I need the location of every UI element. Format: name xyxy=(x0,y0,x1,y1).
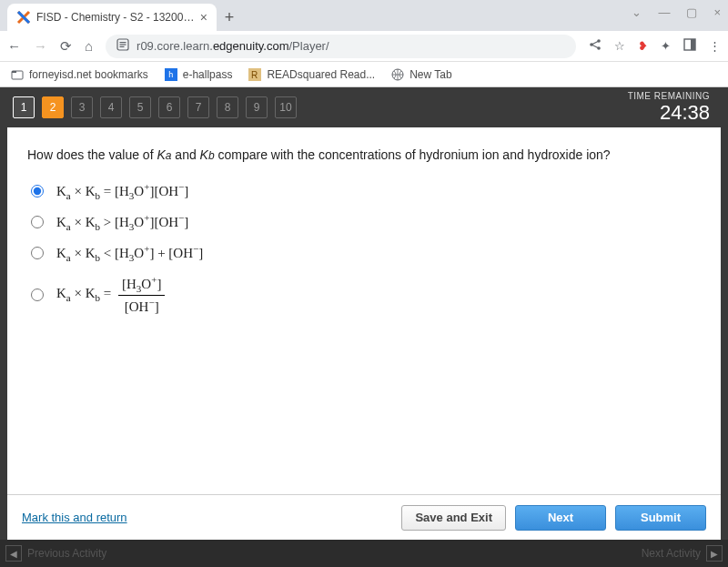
ehallpass-icon: h xyxy=(165,68,177,81)
option-3-equation: Ka × Kb < [H3O+] + [OH−] xyxy=(56,243,203,263)
arrow-right-icon: ▶ xyxy=(706,545,723,562)
address-bar: ← → ⟳ ⌂ r09.core.learn.edgenuity.com/Pla… xyxy=(0,31,728,62)
option-4[interactable]: Ka × Kb = [H3O+][OH−] xyxy=(27,274,701,315)
save-exit-button[interactable]: Save and Exit xyxy=(401,505,506,531)
question-nav-9[interactable]: 9 xyxy=(246,96,268,118)
bookmarks-bar: forneyisd.net bookmarks h e-hallpass R R… xyxy=(0,62,728,87)
next-activity-button[interactable]: Next Activity ▶ xyxy=(642,545,723,562)
url-field[interactable]: r09.core.learn.edgenuity.com/Player/ xyxy=(106,35,576,58)
question-nav-3[interactable]: 3 xyxy=(71,96,93,118)
readsquared-icon: R xyxy=(248,68,261,81)
svg-rect-1 xyxy=(120,42,126,43)
new-tab-button[interactable]: + xyxy=(217,4,242,31)
content-panel: How does the value of Ka and Kb compare … xyxy=(7,127,721,540)
svg-rect-2 xyxy=(120,44,126,45)
question-nav-10[interactable]: 10 xyxy=(275,96,297,118)
svg-point-5 xyxy=(597,39,601,43)
svg-rect-3 xyxy=(120,46,125,47)
globe-icon xyxy=(391,68,404,81)
tab-favicon xyxy=(16,10,31,25)
bookmark-forneyisd[interactable]: forneyisd.net bookmarks xyxy=(11,68,148,81)
bookmark-star-icon[interactable]: ☆ xyxy=(614,39,625,53)
activity-nav: ◀ Previous Activity Next Activity ▶ xyxy=(0,540,728,567)
back-button[interactable]: ← xyxy=(7,38,21,54)
option-2-equation: Ka × Kb > [H3O+][OH−] xyxy=(56,212,188,232)
submit-button[interactable]: Submit xyxy=(615,505,706,531)
share-icon[interactable] xyxy=(589,38,602,54)
question-footer: Mark this and return Save and Exit Next … xyxy=(7,494,721,540)
timer: TIME REMAINING 24:38 xyxy=(628,91,710,125)
url-text: r09.core.learn.edgenuity.com/Player/ xyxy=(136,39,329,53)
svg-point-6 xyxy=(597,46,601,50)
close-tab-icon[interactable]: × xyxy=(200,10,207,25)
arrow-left-icon: ◀ xyxy=(5,545,22,562)
folder-icon xyxy=(11,68,24,81)
previous-activity-button[interactable]: ◀ Previous Activity xyxy=(5,545,106,562)
question-nav-5[interactable]: 5 xyxy=(129,96,151,118)
option-3-radio[interactable] xyxy=(31,247,44,259)
browser-tab-bar: FISD - Chemistry - S2 - 132000 - I × + ⌄… xyxy=(0,0,728,31)
svg-text:R: R xyxy=(251,70,258,80)
question-nav-8[interactable]: 8 xyxy=(217,96,238,118)
option-1-equation: Ka × Kb = [H3O+][OH−] xyxy=(56,181,188,201)
menu-icon[interactable]: ⋮ xyxy=(709,39,721,53)
timer-label: TIME REMAINING xyxy=(628,91,710,101)
chevron-down-icon[interactable]: ⌄ xyxy=(632,5,642,19)
toolbar-extensions: ☆ ❥ ✦ ⋮ xyxy=(589,38,721,54)
tab-title: FISD - Chemistry - S2 - 132000 - I xyxy=(36,11,195,24)
reload-button[interactable]: ⟳ xyxy=(60,38,72,55)
bookmark-newtab[interactable]: New Tab xyxy=(391,68,451,81)
question-nav-2[interactable]: 2 xyxy=(42,96,64,118)
browser-tab[interactable]: FISD - Chemistry - S2 - 132000 - I × xyxy=(7,4,217,31)
question-nav-7[interactable]: 7 xyxy=(187,96,209,118)
minimize-icon[interactable]: — xyxy=(658,5,670,19)
question-area: How does the value of Ka and Kb compare … xyxy=(7,127,721,494)
edgenuity-app: 1 2 3 4 5 6 7 8 9 10 TIME REMAINING 24:3… xyxy=(0,87,728,567)
extension-pin-icon[interactable]: ❥ xyxy=(638,39,648,53)
option-2-radio[interactable] xyxy=(31,216,44,228)
maximize-icon[interactable]: ▢ xyxy=(686,5,697,19)
option-4-radio[interactable] xyxy=(31,289,44,301)
question-nav-6[interactable]: 6 xyxy=(158,96,180,118)
side-panel-icon[interactable] xyxy=(683,38,696,54)
option-4-equation: Ka × Kb = [H3O+][OH−] xyxy=(56,274,165,315)
svg-rect-8 xyxy=(691,39,695,50)
forward-button[interactable]: → xyxy=(34,38,47,54)
next-button[interactable]: Next xyxy=(515,505,606,531)
mark-and-return-link[interactable]: Mark this and return xyxy=(22,511,127,524)
option-1-radio[interactable] xyxy=(31,185,44,197)
question-nav-1[interactable]: 1 xyxy=(13,96,35,118)
option-1[interactable]: Ka × Kb = [H3O+][OH−] xyxy=(27,181,701,201)
svg-rect-10 xyxy=(12,71,16,73)
home-button[interactable]: ⌂ xyxy=(85,38,93,54)
timer-value: 24:38 xyxy=(628,101,710,125)
site-info-icon[interactable] xyxy=(116,38,129,54)
extensions-icon[interactable]: ✦ xyxy=(661,39,671,53)
bookmark-ehallpass[interactable]: h e-hallpass xyxy=(165,68,233,81)
window-controls: ⌄ — ▢ × xyxy=(632,5,721,19)
close-window-icon[interactable]: × xyxy=(713,5,721,19)
question-nav: 1 2 3 4 5 6 7 8 9 10 TIME REMAINING 24:3… xyxy=(0,87,728,127)
bookmark-readsquared[interactable]: R READsquared Read... xyxy=(248,68,375,81)
option-2[interactable]: Ka × Kb > [H3O+][OH−] xyxy=(27,212,701,232)
question-prompt: How does the value of Ka and Kb compare … xyxy=(27,146,701,165)
option-3[interactable]: Ka × Kb < [H3O+] + [OH−] xyxy=(27,243,701,263)
svg-point-4 xyxy=(590,43,593,46)
question-nav-4[interactable]: 4 xyxy=(100,96,122,118)
